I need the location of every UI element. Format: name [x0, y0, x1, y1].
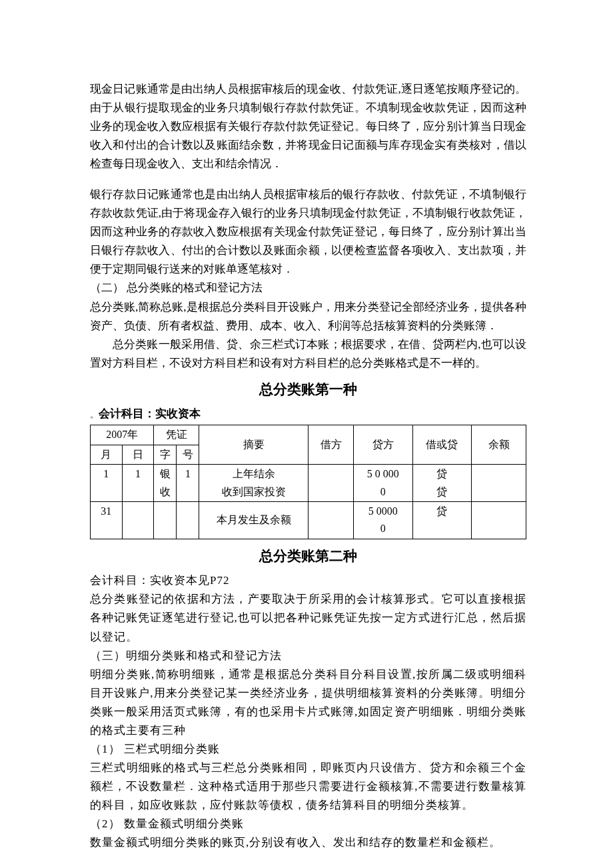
th-char: 字: [154, 445, 177, 464]
cell-month: 1: [91, 465, 123, 502]
cell-dc: 贷贷: [412, 465, 472, 502]
cell-day: 1: [122, 465, 154, 502]
paragraph-7: 总分类账登记的依据和方法，产要取决于所采用的会计核算形式。它可以直接根据各种记账…: [90, 590, 526, 646]
cell-char: 银收: [154, 465, 177, 502]
account-subject-1: 。会计科目：实收资本: [90, 405, 526, 423]
cell-num: 1: [177, 465, 199, 502]
cell-credit: 5 0 0000: [354, 465, 413, 502]
paragraph-9: 明细分类账,简称明细账，通常是根据总分类科目分科目设置,按所属二级或明细科目开设…: [90, 665, 526, 740]
paragraph-11: 三栏式明细账的格式与三栏总分类账相同，即账页内只设借方、贷方和余额三个金额栏，不…: [90, 759, 526, 815]
paragraph-10: （1） 三栏式明细分类账: [90, 740, 526, 759]
table-row: 1 1 银收 1 上年结余收到国家投资 5 0 0000 贷贷: [91, 465, 526, 502]
section-heading-3: （三）明细分类账和格式和登记方法: [90, 647, 526, 665]
th-summary: 摘要: [199, 425, 308, 465]
th-balance: 余额: [472, 425, 526, 465]
cell-credit: 5 00000: [354, 501, 413, 539]
ledger-table-1: 2007年 凭证 摘要 借方 贷方 借或贷 余额 月 日 字 号 1 1 银收 …: [90, 425, 526, 539]
th-voucher: 凭证: [154, 425, 199, 445]
th-debit: 借方: [308, 425, 353, 465]
paragraph-4: 总分类账,简称总账,是根据总分类科目开设账户，用来分类登记全部经济业务，提供各种…: [90, 298, 526, 335]
table-header-row-1: 2007年 凭证 摘要 借方 贷方 借或贷 余额: [91, 425, 526, 445]
th-dc: 借或贷: [412, 425, 472, 465]
paragraph-5: 总分类账一般采用借、贷、余三栏式订本账；根据要求，在借、贷两栏内,也可以设置对方…: [90, 335, 526, 373]
th-num: 号: [177, 445, 199, 464]
subject-prefix: 。: [90, 409, 99, 419]
cell-balance: [472, 465, 526, 502]
paragraph-2: 银行存款日记账通常也是由出纳人员根据审核后的银行存款收、付款凭证，不填制银行存款…: [90, 185, 526, 279]
cell-num: [177, 501, 199, 539]
cell-balance: [472, 501, 526, 539]
ledger-heading-1: 总分类账第一种: [90, 378, 526, 401]
paragraph-6: 会计科目：实收资本见P72: [90, 571, 526, 590]
cell-debit: [308, 501, 353, 539]
table-row: 31 本月发生及余额 5 00000 贷: [91, 501, 526, 539]
document-page: 现金日记账通常是由出纳人员根据审核后的现金收、付款凭证,逐日逐笔按顺序登记的。由…: [0, 0, 613, 868]
cell-summary: 上年结余收到国家投资: [199, 465, 308, 502]
cell-summary: 本月发生及余额: [199, 501, 308, 539]
th-year: 2007年: [91, 425, 154, 445]
subject-text: 会计科目：实收资本: [99, 407, 201, 420]
paragraph-1: 现金日记账通常是由出纳人员根据审核后的现金收、付款凭证,逐日逐笔按顺序登记的。由…: [90, 80, 526, 173]
th-day: 日: [122, 445, 154, 464]
cell-char: [154, 501, 177, 539]
cell-debit: [308, 465, 353, 502]
paragraph-13: 数量金额式明细分类账的账页,分别设有收入、发出和结存的数量栏和金额栏。: [90, 833, 526, 852]
ledger-heading-2: 总分类账第二种: [90, 545, 526, 568]
section-heading-2: （二） 总分类账的格式和登记方法: [90, 279, 526, 297]
th-credit: 贷方: [354, 425, 413, 465]
cell-month: 31: [91, 501, 123, 539]
paragraph-12: （2） 数量金额式明细分类账: [90, 815, 526, 833]
cell-dc: 贷: [412, 501, 472, 539]
cell-day: [122, 501, 154, 539]
th-month: 月: [91, 445, 123, 464]
